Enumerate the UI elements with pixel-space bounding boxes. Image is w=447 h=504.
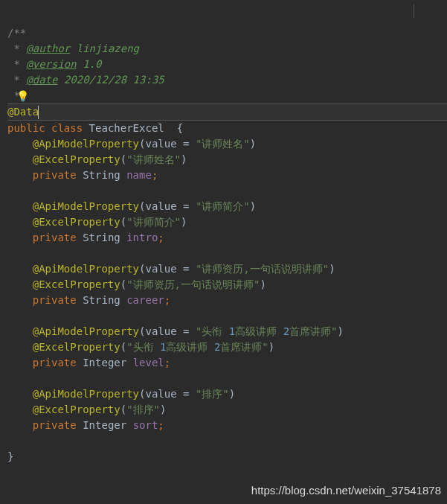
- intro-api: @ApiModelProperty(value = "讲师简介"): [7, 199, 447, 214]
- intro-excel: @ExcelProperty("讲师简介"): [7, 214, 447, 230]
- blank: [7, 371, 447, 386]
- editor-top-bar: [0, 0, 447, 22]
- sort-field: private Integer sort;: [7, 418, 447, 433]
- annotation-data: @Data: [7, 106, 39, 118]
- code-editor[interactable]: /** * @author linjiazeng * @version 1.0 …: [0, 22, 447, 465]
- lightbulb-icon[interactable]: 💡: [16, 89, 29, 104]
- text-cursor: [38, 106, 39, 119]
- name-api: @ApiModelProperty(value = "讲师姓名"): [7, 136, 447, 152]
- blank: [7, 308, 447, 324]
- sort-api: @ApiModelProperty(value = "排序"): [7, 386, 447, 402]
- top-divider: [414, 4, 414, 18]
- career-excel: @ExcelProperty("讲师资历,一句话说明讲师"): [7, 277, 447, 293]
- career-api: @ApiModelProperty(value = "讲师资历,一句话说明讲师"…: [7, 261, 447, 277]
- intro-field: private String intro;: [7, 230, 447, 246]
- name-field: private String name;: [7, 168, 447, 183]
- class-close: }: [7, 449, 447, 465]
- doc-open: /**: [7, 25, 447, 41]
- sort-excel: @ExcelProperty("排序"): [7, 402, 447, 418]
- blank: [7, 246, 447, 261]
- blank: [7, 433, 447, 449]
- doc-date: * @date 2020/12/28 13:35: [7, 72, 447, 88]
- name-excel: @ExcelProperty("讲师姓名"): [7, 152, 447, 168]
- doc-author: * @author linjiazeng: [7, 41, 447, 57]
- level-excel: @ExcelProperty("头衔 1高级讲师 2首席讲师"): [7, 339, 447, 355]
- doc-version: * @version 1.0: [7, 57, 447, 72]
- level-field: private Integer level;: [7, 355, 447, 371]
- blank: [7, 183, 447, 199]
- watermark-text: https://blog.csdn.net/weixin_37541878: [251, 482, 441, 498]
- level-api: @ApiModelProperty(value = "头衔 1高级讲师 2首席讲…: [7, 324, 447, 339]
- doc-close: */: [7, 88, 447, 103]
- career-field: private String career;: [7, 293, 447, 308]
- class-decl: public class TeacherExcel {: [7, 121, 447, 136]
- annotation-data-line: @Data: [7, 103, 447, 121]
